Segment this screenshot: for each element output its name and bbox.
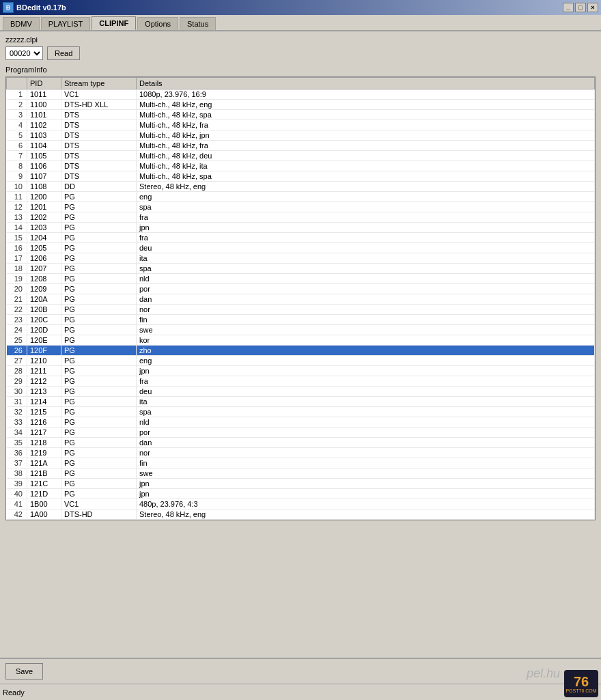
table-row[interactable]: 271210PGeng: [7, 356, 595, 366]
cell-num: 36: [7, 448, 27, 458]
cell-details: Stereo, 48 kHz, eng: [137, 182, 595, 192]
table-row[interactable]: 61104DTSMulti-ch., 48 kHz, fra: [7, 141, 595, 151]
cell-stream-type: PG: [61, 356, 137, 366]
logo-text: POST76.COM: [565, 688, 596, 693]
cell-pid: 121A: [27, 458, 61, 468]
table-row[interactable]: 91107DTSMulti-ch., 48 kHz, spa: [7, 171, 595, 182]
table-row[interactable]: 421A00DTS-HDStereo, 48 kHz, eng: [7, 509, 595, 520]
tab-clipinf[interactable]: CLIPINF: [92, 16, 136, 30]
cell-pid: 1200: [27, 192, 61, 202]
table-row[interactable]: 26120FPGzho: [7, 346, 595, 356]
table-row[interactable]: 301213PGdeu: [7, 387, 595, 397]
maximize-button[interactable]: □: [575, 3, 586, 12]
table-row[interactable]: 31101DTSMulti-ch., 48 kHz, spa: [7, 110, 595, 120]
cell-pid: 1211: [27, 366, 61, 376]
cell-pid: 120F: [27, 346, 61, 356]
cell-details: kor: [137, 335, 595, 346]
table-row[interactable]: 21120APGdan: [7, 294, 595, 305]
table-row[interactable]: 351218PGdan: [7, 438, 595, 448]
table-row[interactable]: 11011VC11080p, 23.976, 16:9: [7, 89, 595, 100]
table-row[interactable]: 39121CPGjpn: [7, 479, 595, 489]
table-row[interactable]: 121201PGspa: [7, 202, 595, 212]
tab-options[interactable]: Options: [137, 17, 178, 30]
table-row[interactable]: 321215PGspa: [7, 407, 595, 417]
cell-pid: 1205: [27, 243, 61, 253]
table-row[interactable]: 281211PGjpn: [7, 366, 595, 376]
table-row[interactable]: 38121BPGswe: [7, 468, 595, 479]
clip-dropdown[interactable]: 00020: [5, 46, 43, 60]
cell-pid: 1103: [27, 130, 61, 141]
table-row[interactable]: 341217PGpor: [7, 428, 595, 438]
tab-playlist[interactable]: PLAYLIST: [41, 17, 91, 30]
table-row[interactable]: 51103DTSMulti-ch., 48 kHz, jpn: [7, 130, 595, 141]
cell-num: 20: [7, 284, 27, 294]
table-row[interactable]: 41102DTSMulti-ch., 48 kHz, fra: [7, 120, 595, 130]
table-row[interactable]: 40121DPGjpn: [7, 489, 595, 499]
col-stream-type: Stream type: [61, 78, 137, 89]
cell-details: spa: [137, 202, 595, 212]
table-row[interactable]: 37121APGfin: [7, 458, 595, 468]
cell-details: fin: [137, 315, 595, 325]
table-row[interactable]: 141203PGjpn: [7, 223, 595, 233]
cell-stream-type: PG: [61, 407, 137, 417]
cell-stream-type: DTS: [61, 151, 137, 161]
cell-details: Multi-ch., 48 kHz, fra: [137, 120, 595, 130]
table-row[interactable]: 111200PGeng: [7, 192, 595, 202]
tab-status[interactable]: Status: [180, 17, 216, 30]
tab-bdmv[interactable]: BDMV: [3, 17, 40, 30]
table-row[interactable]: 331216PGnld: [7, 417, 595, 428]
table-row[interactable]: 24120DPGswe: [7, 325, 595, 335]
cell-num: 38: [7, 468, 27, 479]
cell-stream-type: PG: [61, 376, 137, 387]
cell-stream-type: VC1: [61, 499, 137, 509]
cell-details: dan: [137, 438, 595, 448]
cell-num: 3: [7, 110, 27, 120]
cell-pid: 1217: [27, 428, 61, 438]
cell-pid: 1209: [27, 284, 61, 294]
table-row[interactable]: 81106DTSMulti-ch., 48 kHz, ita: [7, 161, 595, 171]
read-button[interactable]: Read: [47, 46, 80, 60]
table-row[interactable]: 411B00VC1480p, 23.976, 4:3: [7, 499, 595, 509]
cell-num: 35: [7, 438, 27, 448]
cell-stream-type: DTS: [61, 130, 137, 141]
cell-details: eng: [137, 192, 595, 202]
table-row[interactable]: 201209PGpor: [7, 284, 595, 294]
table-row[interactable]: 181207PGspa: [7, 264, 595, 274]
col-pid: PID: [27, 78, 61, 89]
cell-stream-type: DTS: [61, 120, 137, 130]
cell-stream-type: DTS: [61, 171, 137, 182]
table-row[interactable]: 171206PGita: [7, 253, 595, 264]
cell-pid: 1206: [27, 253, 61, 264]
table-row[interactable]: 191208PGnld: [7, 274, 595, 284]
save-button[interactable]: Save: [5, 663, 43, 680]
cell-details: Multi-ch., 48 kHz, ita: [137, 161, 595, 171]
cell-stream-type: DTS: [61, 141, 137, 151]
table-row[interactable]: 22120BPGnor: [7, 305, 595, 315]
cell-pid: 1214: [27, 397, 61, 407]
minimize-button[interactable]: _: [563, 3, 574, 12]
cell-num: 23: [7, 315, 27, 325]
table-row[interactable]: 25120EPGkor: [7, 335, 595, 346]
cell-num: 29: [7, 376, 27, 387]
table-row[interactable]: 21100DTS-HD XLLMulti-ch., 48 kHz, eng: [7, 100, 595, 110]
cell-stream-type: PG: [61, 212, 137, 223]
table-row[interactable]: 161205PGdeu: [7, 243, 595, 253]
cell-details: dan: [137, 294, 595, 305]
table-row[interactable]: 71105DTSMulti-ch., 48 kHz, deu: [7, 151, 595, 161]
table-row[interactable]: 131202PGfra: [7, 212, 595, 223]
title-bar: B BDedit v0.17b _ □ ×: [0, 0, 601, 15]
cell-num: 10: [7, 182, 27, 192]
table-row[interactable]: 291212PGfra: [7, 376, 595, 387]
cell-num: 4: [7, 120, 27, 130]
cell-stream-type: PG: [61, 387, 137, 397]
table-row[interactable]: 311214PGita: [7, 397, 595, 407]
cell-pid: 120C: [27, 315, 61, 325]
cell-pid: 1208: [27, 274, 61, 284]
table-row[interactable]: 101108DDStereo, 48 kHz, eng: [7, 182, 595, 192]
table-row[interactable]: 361219PGnor: [7, 448, 595, 458]
table-row[interactable]: 151204PGfra: [7, 233, 595, 243]
cell-num: 40: [7, 489, 27, 499]
window-title: BDedit v0.17b: [16, 3, 66, 12]
close-button[interactable]: ×: [587, 3, 598, 12]
table-row[interactable]: 23120CPGfin: [7, 315, 595, 325]
